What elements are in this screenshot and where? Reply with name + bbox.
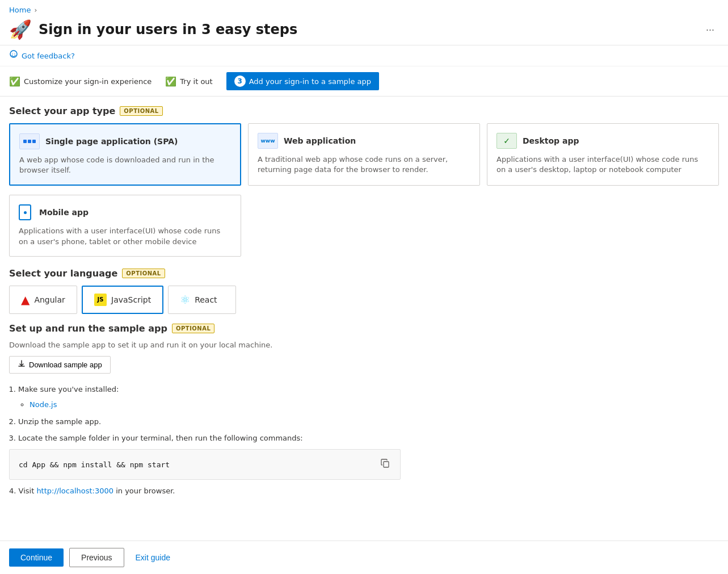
app-card-spa[interactable]: Single page application (SPA) A web app … bbox=[9, 123, 241, 186]
web-card-header: www Web application bbox=[258, 133, 470, 149]
svg-rect-3 bbox=[384, 462, 389, 467]
mobile-placeholder-2 bbox=[248, 195, 480, 256]
feedback-icon bbox=[9, 50, 18, 61]
spa-card-desc: A web app whose code is downloaded and r… bbox=[19, 155, 231, 175]
lang-card-angular[interactable]: ▲ Angular bbox=[9, 286, 77, 314]
mobile-icon bbox=[19, 204, 31, 220]
main-content: Select your app type OPTIONAL Single pag… bbox=[0, 97, 728, 547]
setup-section-title: Set up and run the sample app OPTIONAL bbox=[9, 323, 719, 334]
language-grid: ▲ Angular JS JavaScript ⚛ React bbox=[9, 286, 719, 314]
desktop-card-desc: Applications with a user interface(UI) w… bbox=[496, 154, 709, 175]
step4-suffix: in your browser. bbox=[113, 487, 175, 495]
web-card-title: Web application bbox=[284, 136, 356, 145]
instruction-step-1: Make sure you've installed: Node.js bbox=[18, 383, 719, 412]
app-card-desktop[interactable]: ✓ Desktop app Applications with a user i… bbox=[487, 123, 719, 186]
page-title: Sign in your users in 3 easy steps bbox=[39, 22, 701, 37]
step1-text: Make sure you've installed: bbox=[18, 385, 119, 393]
lang-card-javascript[interactable]: JS JavaScript bbox=[82, 286, 163, 314]
web-card-desc: A traditional web app whose code runs on… bbox=[258, 154, 470, 175]
svg-point-2 bbox=[14, 53, 15, 54]
command-block: cd App && npm install && npm start bbox=[9, 449, 401, 480]
nodejs-link[interactable]: Node.js bbox=[30, 400, 57, 409]
js-icon: JS bbox=[94, 294, 107, 306]
step4-text: 4. Visit http://localhost:3000 in your b… bbox=[9, 484, 719, 497]
download-sample-app-button[interactable]: Download sample app bbox=[9, 356, 111, 374]
desktop-card-title: Desktop app bbox=[523, 136, 579, 145]
app-card-mobile[interactable]: Mobile app Applications with a user inte… bbox=[9, 195, 241, 256]
feedback-label: Got feedback? bbox=[22, 52, 75, 60]
step1-label: Customize your sign-in experience bbox=[24, 77, 152, 86]
instruction-step-3: Locate the sample folder in your termina… bbox=[18, 431, 719, 445]
breadcrumb-separator: › bbox=[34, 6, 37, 14]
mobile-card-title: Mobile app bbox=[39, 208, 89, 217]
steps-bar: ✅ Customize your sign-in experience ✅ Tr… bbox=[0, 66, 728, 97]
download-icon bbox=[18, 360, 26, 370]
language-title-text: Select your language bbox=[9, 268, 117, 279]
setup-description: Download the sample app to set it up and… bbox=[9, 341, 719, 349]
step2-label: Try it out bbox=[180, 77, 212, 86]
mobile-card-header: Mobile app bbox=[19, 204, 232, 220]
step2-check: ✅ bbox=[165, 76, 176, 87]
breadcrumb: Home › bbox=[0, 0, 728, 16]
angular-label: Angular bbox=[34, 295, 65, 304]
feedback-bar[interactable]: Got feedback? bbox=[0, 45, 728, 66]
react-label: React bbox=[195, 295, 217, 304]
react-icon: ⚛ bbox=[180, 293, 190, 307]
setup-section: Set up and run the sample app OPTIONAL D… bbox=[9, 323, 719, 498]
svg-point-1 bbox=[12, 53, 12, 54]
language-section: Select your language OPTIONAL ▲ Angular … bbox=[9, 268, 719, 314]
mobile-placeholder-3 bbox=[487, 195, 719, 256]
more-options-button[interactable]: ··· bbox=[701, 22, 719, 38]
app-type-title-text: Select your app type bbox=[9, 106, 115, 116]
spa-icon bbox=[19, 133, 40, 149]
instruction-step-2: Unzip the sample app. bbox=[18, 415, 719, 428]
page-header: 🚀 Sign in your users in 3 easy steps ··· bbox=[0, 16, 728, 45]
setup-optional-badge: OPTIONAL bbox=[172, 324, 214, 333]
copy-command-button[interactable] bbox=[380, 458, 391, 471]
step3-number: 3 bbox=[234, 76, 246, 87]
language-section-title: Select your language OPTIONAL bbox=[9, 268, 719, 279]
language-optional-badge: OPTIONAL bbox=[122, 269, 165, 278]
web-icon: www bbox=[258, 133, 278, 149]
app-type-grid: Single page application (SPA) A web app … bbox=[9, 123, 719, 186]
download-button-label: Download sample app bbox=[29, 361, 102, 369]
app-type-section-title: Select your app type OPTIONAL bbox=[9, 106, 719, 116]
rocket-icon: 🚀 bbox=[9, 19, 32, 40]
breadcrumb-home[interactable]: Home bbox=[9, 6, 31, 14]
desktop-icon: ✓ bbox=[496, 133, 517, 149]
app-type-optional-badge: OPTIONAL bbox=[120, 106, 162, 116]
step4-prefix: 4. Visit bbox=[9, 487, 36, 495]
mobile-app-row: Mobile app Applications with a user inte… bbox=[9, 195, 719, 256]
lang-card-react[interactable]: ⚛ React bbox=[168, 286, 236, 314]
step-2: ✅ Try it out bbox=[165, 76, 212, 87]
footer-bar: Continue Previous Exit guide bbox=[0, 541, 728, 547]
app-card-web[interactable]: www Web application A traditional web ap… bbox=[248, 123, 480, 186]
step1-check: ✅ bbox=[9, 76, 20, 87]
localhost-link[interactable]: http://localhost:3000 bbox=[36, 487, 113, 495]
angular-icon: ▲ bbox=[21, 293, 30, 307]
javascript-label: JavaScript bbox=[111, 295, 151, 304]
setup-title-text: Set up and run the sample app bbox=[9, 323, 167, 334]
step-3: 3 Add your sign-in to a sample app bbox=[226, 72, 379, 90]
step3-label: Add your sign-in to a sample app bbox=[249, 77, 371, 86]
spa-card-header: Single page application (SPA) bbox=[19, 133, 231, 149]
mobile-card-desc: Applications with a user interface(UI) w… bbox=[19, 226, 232, 246]
instructions: Make sure you've installed: Node.js Unzi… bbox=[9, 383, 719, 498]
spa-card-title: Single page application (SPA) bbox=[45, 137, 178, 146]
step-1: ✅ Customize your sign-in experience bbox=[9, 76, 152, 87]
desktop-card-header: ✓ Desktop app bbox=[496, 133, 709, 149]
command-text: cd App && npm install && npm start bbox=[19, 458, 170, 471]
